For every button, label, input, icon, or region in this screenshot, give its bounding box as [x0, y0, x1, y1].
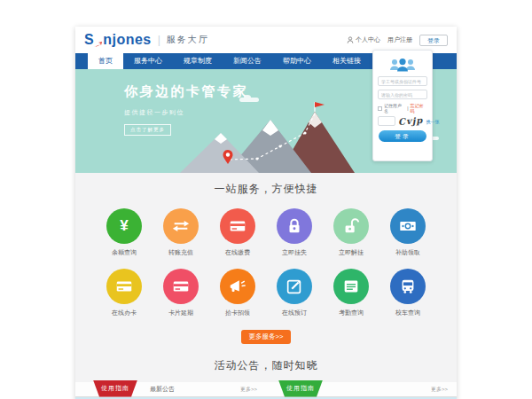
service-online-booking[interactable]: 在线预订 — [272, 269, 317, 317]
tab-usage-guide-left[interactable]: 使用指南 — [93, 380, 137, 397]
bus-icon — [398, 277, 418, 296]
username-input[interactable] — [378, 76, 427, 86]
remember-label: 记住用户名 — [384, 103, 405, 113]
nav-item-help-center[interactable]: 帮助中心 — [272, 53, 322, 69]
services-row-1: ¥ 余额查询 转账充值 在线缴费 立即挂失 立即解挂 — [75, 208, 457, 257]
bank-card-icon — [114, 277, 134, 296]
site-name: 服务大厅 — [167, 34, 209, 46]
service-school-bus-inquiry[interactable]: 校车查询 — [386, 269, 430, 317]
more-services-button[interactable]: 更多服务>> — [241, 330, 291, 344]
mountains-illustration — [173, 98, 359, 173]
forgot-password-link[interactable]: 忘记密码 — [411, 103, 427, 113]
more-link-right[interactable]: 更多>> — [431, 386, 448, 394]
hero-banner: 你身边的卡管专家 提供捷径一步到位 点击了解更多 — [75, 69, 457, 173]
service-online-payment[interactable]: 在线缴费 — [215, 208, 260, 257]
service-attendance-inquiry[interactable]: 考勤查询 — [329, 269, 373, 317]
bank-card-icon — [228, 216, 247, 236]
services-title: 一站服务，方便快捷 — [75, 182, 457, 197]
nav-item-news[interactable]: 新闻公告 — [223, 53, 272, 69]
notice-panel-left: 使用指南 最新公告 更多>> — [75, 382, 266, 397]
lock-icon — [285, 216, 304, 236]
nav-item-rules[interactable]: 规章制度 — [173, 53, 223, 69]
personal-center-label: 个人中心 — [356, 35, 380, 44]
service-online-card-apply[interactable]: 在线办卡 — [102, 269, 146, 317]
transfer-arrows-icon — [171, 216, 191, 236]
services-row-2: 在线办卡 卡片延期 拾卡招领 在线预订 考勤查询 — [75, 269, 457, 317]
service-cancel-loss[interactable]: 立即解挂 — [329, 208, 373, 257]
service-transfer-recharge[interactable]: 转账充值 — [159, 208, 203, 257]
banknote-icon — [398, 216, 418, 236]
notice-section: 活动公告，随时知晓 使用指南 最新公告 更多>> 使用指南 更多>> — [75, 344, 457, 397]
service-balance-inquiry[interactable]: ¥ 余额查询 — [102, 208, 146, 257]
hero-cta-button[interactable]: 点击了解更多 — [124, 124, 171, 136]
notice-title: 活动公告，随时知晓 — [75, 358, 457, 373]
logo[interactable]: S njones — [84, 32, 152, 48]
service-card-extension[interactable]: 卡片延期 — [159, 269, 203, 317]
logo-arrow-icon — [94, 36, 102, 44]
login-panel: 登录 记住用户名 | 忘记密码 Cvjp 换一张 — [372, 50, 433, 161]
more-link-left[interactable]: 更多>> — [240, 386, 257, 394]
person-icon — [347, 36, 354, 43]
nav-item-service-center[interactable]: 服务中心 — [123, 53, 173, 69]
notice-panel-right: 使用指南 更多>> — [266, 382, 457, 397]
bank-card-icon — [171, 277, 191, 296]
nav-item-links[interactable]: 相关链接 — [322, 53, 372, 69]
captcha-image[interactable]: Cvjp — [398, 115, 424, 127]
user-register-label: 用户注册 — [387, 35, 412, 44]
captcha-input[interactable] — [378, 116, 395, 126]
unlock-icon — [341, 216, 361, 236]
remember-separator: | — [407, 106, 408, 111]
page: S njones | 服务大厅 个人中心 用户注册 登录 首页 — [0, 0, 532, 399]
users-group-icon — [388, 58, 417, 73]
remember-row: 记住用户名 | 忘记密码 — [378, 103, 427, 113]
notice-tab-bar: 使用指南 最新公告 更多>> 使用指南 更多>> — [75, 382, 457, 397]
login-submit-button[interactable]: 登录 — [379, 130, 426, 142]
user-register-link[interactable]: 用户注册 — [387, 35, 412, 44]
schedule-icon — [341, 277, 361, 296]
yen-icon: ¥ — [120, 217, 128, 235]
service-lost-card-claim[interactable]: 拾卡招领 — [215, 269, 260, 317]
header-divider: | — [158, 34, 160, 46]
cloud-icon — [239, 98, 259, 102]
personal-center-link[interactable]: 个人中心 — [347, 35, 380, 44]
logo-text-prefix: S — [84, 32, 94, 48]
edit-icon — [285, 277, 304, 296]
tab-latest-announcements[interactable]: 最新公告 — [150, 385, 175, 394]
change-captcha-link[interactable]: 换一张 — [426, 119, 439, 124]
service-report-loss[interactable]: 立即挂失 — [272, 208, 317, 257]
logo-text-suffix: njones — [103, 32, 152, 48]
megaphone-icon — [228, 277, 247, 296]
site-container: S njones | 服务大厅 个人中心 用户注册 登录 首页 — [75, 27, 457, 399]
password-input[interactable] — [378, 90, 427, 99]
tab-usage-guide-right[interactable]: 使用指南 — [278, 380, 323, 397]
captcha-row: Cvjp 换一张 — [378, 116, 427, 126]
service-subsidy-collect[interactable]: 补助领取 — [386, 208, 430, 257]
remember-checkbox[interactable] — [378, 106, 382, 111]
services-section: 一站服务，方便快捷 ¥ 余额查询 转账充值 在线缴费 立即挂失 — [75, 173, 457, 344]
header-right: 个人中心 用户注册 登录 — [347, 35, 448, 46]
nav-item-home[interactable]: 首页 — [88, 53, 123, 69]
header-login-button[interactable]: 登录 — [419, 35, 448, 46]
